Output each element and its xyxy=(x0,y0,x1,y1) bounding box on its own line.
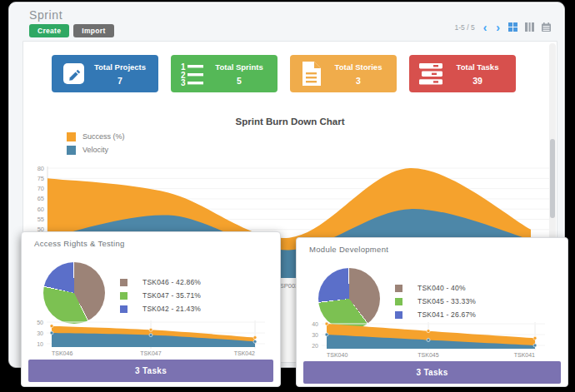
task-stack-icon xyxy=(419,63,442,85)
stat-value: 5 xyxy=(208,76,271,86)
svg-text:10: 10 xyxy=(37,341,43,347)
legend-swatch xyxy=(67,146,76,155)
svg-text:65: 65 xyxy=(38,195,44,202)
stat-icon-wrap xyxy=(416,63,446,85)
header-right-controls: 1-5 / 5 ‹ › xyxy=(455,22,551,32)
toolbar: Create Import xyxy=(29,24,114,37)
stat-value: 7 xyxy=(88,76,152,86)
window-header: Sprint Create Import 1-5 / 5 ‹ › xyxy=(9,2,564,41)
legend-swatch xyxy=(120,305,128,313)
page-title: Sprint xyxy=(29,8,62,22)
column-view-icon[interactable] xyxy=(525,22,534,32)
next-page-chevron-icon[interactable]: › xyxy=(495,23,501,32)
svg-text:30: 30 xyxy=(312,332,318,338)
stat-card: Total Tasks 39 xyxy=(409,55,516,92)
stat-icon-wrap xyxy=(297,62,327,86)
stat-card: 1 2 3 Total Sprints 5 xyxy=(171,55,278,92)
legend-item: Velocity xyxy=(67,143,125,156)
legend-item: TSK046 - 42.86% xyxy=(120,275,201,289)
calendar-view-icon[interactable] xyxy=(542,22,551,32)
legend-label: Velocity xyxy=(82,146,108,154)
task-detail-card: Module Development TSK040 - 40% TSK045 -… xyxy=(296,237,568,387)
svg-text:75: 75 xyxy=(38,175,44,182)
document-icon xyxy=(302,62,322,86)
task-count-bar: 3 Tasks xyxy=(303,361,561,384)
stat-label: Total Tasks xyxy=(446,62,509,72)
svg-text:TSK042: TSK042 xyxy=(234,350,255,356)
import-button[interactable]: Import xyxy=(73,24,113,37)
legend-swatch xyxy=(395,311,402,319)
svg-text:20: 20 xyxy=(312,343,318,349)
task-detail-card: Access Rights & Testing TSK046 - 42.86% … xyxy=(21,231,281,387)
legend-label: TSK040 - 40% xyxy=(418,284,466,292)
burndown-chart-title: Sprint Burn Down Chart xyxy=(23,117,557,127)
stat-value: 39 xyxy=(446,76,509,86)
stat-label: Total Stories xyxy=(327,62,390,72)
legend-label: TSK041 - 26.67% xyxy=(418,310,476,319)
mini-area-chart: 403020TSK040TSK045TSK041 xyxy=(303,319,553,360)
svg-text:3: 3 xyxy=(181,78,186,86)
legend-label: TSK047 - 35.71% xyxy=(142,291,201,300)
stat-label: Total Projects xyxy=(88,62,152,72)
prev-page-chevron-icon[interactable]: ‹ xyxy=(482,23,488,32)
legend-swatch xyxy=(67,132,76,141)
grid-view-icon[interactable] xyxy=(508,22,518,32)
pie-legend: TSK040 - 40% TSK045 - 33.33% TSK041 - 26… xyxy=(395,281,476,321)
scrollbar-thumb[interactable] xyxy=(550,139,555,218)
svg-text:50: 50 xyxy=(37,320,43,325)
legend-label: TSK045 - 33.33% xyxy=(418,297,476,305)
numbered-list-icon: 1 2 3 xyxy=(181,62,204,86)
card-title: Module Development xyxy=(309,245,388,254)
stat-icon-wrap: 1 2 3 xyxy=(178,62,208,86)
legend-swatch xyxy=(395,298,402,305)
legend-swatch xyxy=(120,292,128,300)
svg-text:70: 70 xyxy=(38,185,44,192)
stat-label: Total Sprints xyxy=(208,62,271,72)
legend-item: TSK040 - 40% xyxy=(395,281,476,295)
pagination-range: 1-5 / 5 xyxy=(455,23,475,32)
svg-text:TSK046: TSK046 xyxy=(52,350,72,356)
pencil-icon xyxy=(63,63,84,84)
stat-card: Total Projects 7 xyxy=(52,55,158,92)
svg-text:30: 30 xyxy=(37,330,43,336)
svg-text:TSK045: TSK045 xyxy=(418,352,438,358)
pie-legend: TSK046 - 42.86% TSK047 - 35.71% TSK042 -… xyxy=(120,275,201,315)
svg-text:60: 60 xyxy=(38,206,44,213)
task-count-bar: 3 Tasks xyxy=(28,360,273,382)
mini-area-chart: 503010TSK046TSK047TSK042 xyxy=(28,317,273,359)
legend-label: Success (%) xyxy=(82,132,125,141)
svg-text:TSK041: TSK041 xyxy=(514,352,535,358)
svg-text:40: 40 xyxy=(312,321,318,327)
burndown-legend: Success (%) Velocity xyxy=(67,130,125,156)
legend-label: TSK042 - 21.43% xyxy=(142,305,201,313)
stat-card: Total Stories 3 xyxy=(290,55,397,92)
stat-value: 3 xyxy=(327,76,390,86)
stat-icon-wrap xyxy=(58,63,88,84)
legend-swatch xyxy=(395,285,402,292)
legend-item: TSK042 - 21.43% xyxy=(120,302,201,315)
card-title: Access Rights & Testing xyxy=(34,239,125,248)
legend-swatch xyxy=(120,279,128,286)
pie-chart xyxy=(43,262,105,324)
legend-item: TSK047 - 35.71% xyxy=(120,289,201,302)
svg-text:TSK040: TSK040 xyxy=(327,352,348,358)
legend-item: TSK045 - 33.33% xyxy=(395,295,476,308)
legend-label: TSK046 - 42.86% xyxy=(142,278,201,286)
svg-text:TSK047: TSK047 xyxy=(140,350,161,356)
svg-text:80: 80 xyxy=(38,165,44,172)
svg-text:55: 55 xyxy=(38,216,44,223)
legend-item: Success (%) xyxy=(67,130,125,143)
create-button[interactable]: Create xyxy=(29,24,69,37)
